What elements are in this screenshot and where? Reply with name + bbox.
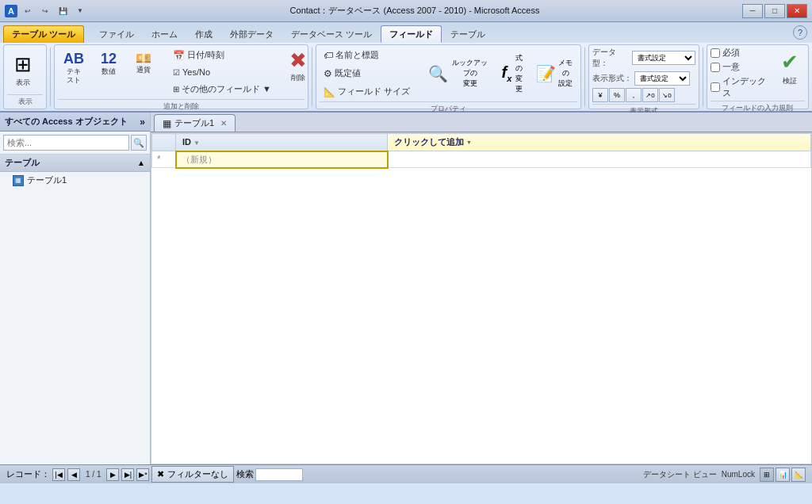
ribbon-tabs-wrapper: テーブル ツール ファイル ホーム 作成 外部データ データベース ツール フィ… <box>0 22 812 43</box>
properties-small-btns: 🏷 名前と標題 ⚙ 既定値 📐 フィールド サイズ <box>320 47 414 100</box>
delete-button[interactable]: ✖ 削除 <box>285 47 312 85</box>
filter-button[interactable]: ✖ フィルターなし <box>151 466 233 483</box>
more-fields-icon: ⊞ <box>173 85 179 94</box>
row-marker-header <box>152 134 176 151</box>
datasheet-view-button[interactable]: ⊞ <box>760 468 774 482</box>
nav-next-button[interactable]: ▶ <box>106 468 119 481</box>
tab-create[interactable]: 作成 <box>186 25 221 43</box>
nav-first-button[interactable]: |◀ <box>52 468 65 481</box>
index-checkbox-label[interactable]: インデックス <box>710 75 768 99</box>
checkboxes-area: 必須 一意 インデックス <box>710 47 768 99</box>
minimize-button[interactable]: ─ <box>742 4 763 18</box>
default-value-button[interactable]: ⚙ 既定値 <box>320 65 414 82</box>
new-id-cell[interactable]: （新規） <box>176 151 388 168</box>
unique-checkbox[interactable] <box>710 63 720 72</box>
search-label: 検索 <box>236 468 254 480</box>
tab-dbtools[interactable]: データベース ツール <box>282 25 381 43</box>
view-icons: ⊞ 📊 📐 <box>760 468 806 482</box>
expression-icon: fx <box>501 63 511 83</box>
lookup-label: ルックアップの変更 <box>450 58 491 89</box>
title-bar-controls: ─ □ ✕ <box>742 4 807 18</box>
qat-redo[interactable]: ↪ <box>38 4 52 18</box>
number-field-label: 数値 <box>102 67 116 76</box>
expression-button[interactable]: fx 式の変更 <box>497 51 529 97</box>
delete-icon: ✖ <box>289 48 307 73</box>
name-caption-button[interactable]: 🏷 名前と標題 <box>320 47 414 63</box>
table1-tab[interactable]: ▦ テーブル1 ✕ <box>154 114 236 132</box>
unique-label: 一意 <box>722 61 740 73</box>
required-checkbox-label[interactable]: 必須 <box>710 47 768 59</box>
nav-bar: レコード： |◀ ◀ 1 / 1 ▶ ▶| ▶* ✖ フィルターなし 検索 <box>6 466 303 483</box>
qat-save[interactable]: 💾 <box>56 4 70 18</box>
ribbon-content: ⊞ 表示 表示 AB テキスト 12 数値 <box>0 43 812 111</box>
format-type-select[interactable]: 書式設定 <box>632 51 695 65</box>
tab-table-tools: テーブル ツール <box>3 25 84 43</box>
sidebar: すべての Access オブジェクト » 🔍 テーブル ▲ ▦ テーブル1 <box>0 113 151 464</box>
col-small-btns: 📅 日付/時刻 ☑ Yes/No ⊞ その他のフィールド ▼ <box>169 47 275 97</box>
search-box: 検索 <box>236 468 303 481</box>
comma-format-button[interactable]: , <box>626 88 642 102</box>
index-checkbox[interactable] <box>710 82 720 92</box>
more-fields-button[interactable]: ⊞ その他のフィールド ▼ <box>169 81 275 97</box>
design-view-button[interactable]: 📐 <box>791 468 806 482</box>
field-size-button[interactable]: 📐 フィールド サイズ <box>320 83 414 100</box>
datetime-icon: 📅 <box>173 50 185 61</box>
memo-button[interactable]: 📝 メモの設定 <box>532 55 577 91</box>
decrease-decimal-button[interactable]: ↘0 <box>659 88 675 102</box>
view-button[interactable]: ⊞ 表示 <box>7 48 39 91</box>
lookup-button[interactable]: 🔍 ルックアップの変更 <box>424 55 495 91</box>
yesno-button[interactable]: ☑ Yes/No <box>169 65 275 79</box>
nav-prev-button[interactable]: ◀ <box>67 468 80 481</box>
sidebar-chevron-icon[interactable]: » <box>140 116 145 128</box>
nav-info: 1 / 1 <box>82 470 104 479</box>
currency-format-button[interactable]: ¥ <box>592 88 608 102</box>
title-bar-title: Contact：データベース (Access 2007 - 2010) - Mi… <box>290 5 540 17</box>
close-button[interactable]: ✕ <box>787 4 807 18</box>
validate-icon: ✔ <box>781 50 799 74</box>
tab-table[interactable]: テーブル <box>442 25 494 43</box>
tab-close-button[interactable]: ✕ <box>220 119 227 128</box>
lookup-icon: 🔍 <box>428 64 448 83</box>
sep1 <box>50 48 51 106</box>
tab-external[interactable]: 外部データ <box>221 25 282 43</box>
text-field-button[interactable]: AB テキスト <box>58 47 90 89</box>
percent-format-button[interactable]: % <box>609 88 625 102</box>
sidebar-header: すべての Access オブジェクト » <box>0 113 150 132</box>
currency-field-button[interactable]: 💴 通貨 <box>128 47 159 78</box>
search-input-field[interactable] <box>255 468 303 481</box>
title-bar: A ↩ ↪ 💾 ▼ Contact：データベース (Access 2007 - … <box>0 0 812 22</box>
name-caption-label: 名前と標題 <box>335 49 379 61</box>
search-input[interactable] <box>3 135 129 151</box>
sidebar-section-header[interactable]: テーブル ▲ <box>0 155 150 172</box>
number-field-button[interactable]: 12 数値 <box>93 47 124 80</box>
increase-decimal-button[interactable]: ↗0 <box>642 88 658 102</box>
add-column-inner: クリックして追加 ▼ <box>394 136 804 148</box>
required-checkbox[interactable] <box>710 48 720 58</box>
memo-label: メモの設定 <box>557 58 573 89</box>
format-display-select[interactable]: 書式設定 <box>634 71 690 86</box>
add-column-header[interactable]: クリックして追加 ▼ <box>388 134 811 151</box>
row-asterisk-cell: * <box>152 151 176 168</box>
maximize-button[interactable]: □ <box>764 4 785 18</box>
tab-field[interactable]: フィールド <box>381 25 442 43</box>
search-icon[interactable]: 🔍 <box>131 135 147 151</box>
tab-file[interactable]: ファイル <box>90 25 143 43</box>
nav-last-button[interactable]: ▶| <box>121 468 134 481</box>
qat-dropdown[interactable]: ▼ <box>73 4 87 18</box>
validate-button[interactable]: ✔ 検証 <box>775 47 805 90</box>
id-column-header[interactable]: ID ▼ <box>176 134 388 151</box>
sidebar-item-table1[interactable]: ▦ テーブル1 <box>0 172 150 189</box>
yesno-icon: ☑ <box>173 68 180 77</box>
group-format-content: データ型： 書式設定 表示形式： 書式設定 ¥ % , ↗0 ↘0 <box>592 47 695 102</box>
datetime-button[interactable]: 📅 日付/時刻 <box>169 47 275 63</box>
unique-checkbox-label[interactable]: 一意 <box>710 61 768 73</box>
sort-arrow-icon: ▼ <box>193 139 200 147</box>
title-bar-left: A ↩ ↪ 💾 ▼ <box>5 4 87 18</box>
qat-undo[interactable]: ↩ <box>21 4 35 18</box>
nav-new-button[interactable]: ▶* <box>136 468 149 481</box>
record-label: レコード： <box>6 468 50 480</box>
pivot-view-button[interactable]: 📊 <box>776 468 790 482</box>
help-button[interactable]: ? <box>793 25 807 40</box>
main-area: すべての Access オブジェクト » 🔍 テーブル ▲ ▦ テーブル1 ▦ … <box>0 113 812 464</box>
tab-home[interactable]: ホーム <box>143 25 186 43</box>
